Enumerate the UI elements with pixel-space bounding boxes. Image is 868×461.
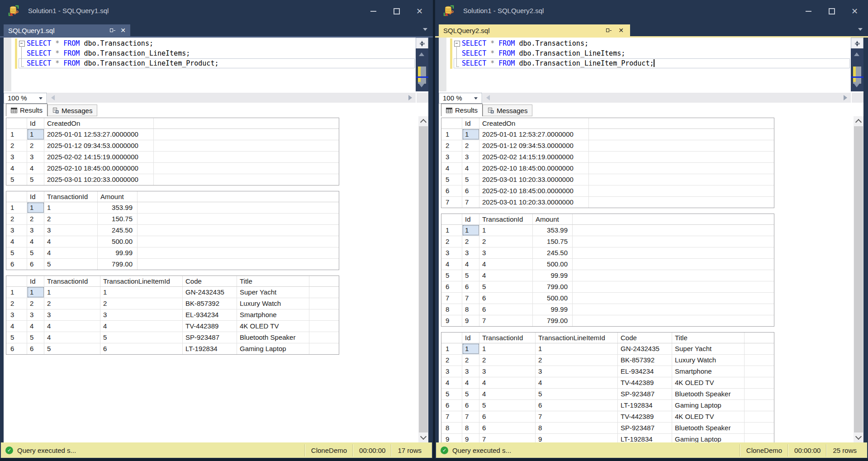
grid-cell[interactable]: 3	[536, 366, 618, 377]
sql-editor[interactable]: SELECT * FROM dbo.Transactions;SELECT * …	[4, 38, 428, 91]
grid-cell[interactable]: 6	[27, 259, 44, 270]
tab-close-icon[interactable]: ✕	[120, 26, 126, 34]
grid-cell[interactable]: 500.00	[533, 259, 573, 270]
grid-cell[interactable]: 4	[27, 163, 44, 174]
grid-cell[interactable]: 1	[27, 129, 44, 140]
grid-cell[interactable]: LT-192834	[618, 400, 672, 411]
column-header[interactable]: Id	[462, 118, 479, 128]
code-line[interactable]: SELECT * FROM dbo.Transactions;	[454, 38, 850, 48]
grid-cell[interactable]: 99.99	[533, 270, 573, 281]
row-header[interactable]: 5	[441, 389, 462, 399]
row-header[interactable]: 2	[441, 236, 462, 247]
grid-cell[interactable]: 3	[462, 152, 479, 162]
splitter-handle-icon[interactable]	[851, 38, 863, 49]
grid-cell[interactable]: Super Yacht	[237, 287, 309, 298]
code-line[interactable]: SELECT * FROM dbo.Transaction_LineItems;	[19, 48, 415, 58]
grid-cell[interactable]: 4	[44, 236, 98, 247]
row-header[interactable]: 3	[441, 247, 462, 258]
grid-cell[interactable]: 5	[462, 270, 479, 281]
grid-cell[interactable]: 6	[462, 281, 479, 292]
grid-cell[interactable]: 2025-01-12 09:34:53.0000000	[44, 140, 154, 151]
column-header[interactable]: TransactionId	[44, 276, 100, 286]
row-header[interactable]: 7	[441, 293, 462, 304]
grid-cell[interactable]: 1	[462, 225, 479, 236]
row-header[interactable]: 4	[441, 163, 462, 174]
row-header[interactable]: 6	[441, 185, 462, 196]
row-header[interactable]: 6	[6, 343, 27, 354]
row-header[interactable]: 1	[6, 287, 27, 298]
grid-cell[interactable]: 500.00	[98, 236, 138, 247]
grid-cell[interactable]: 799.00	[533, 315, 573, 326]
row-header[interactable]: 2	[6, 214, 27, 224]
grid-cell[interactable]: 150.75	[98, 214, 138, 224]
row-header[interactable]: 9	[441, 315, 462, 326]
row-header[interactable]: 3	[6, 309, 27, 320]
scroll-down-icon[interactable]	[854, 84, 859, 87]
row-header[interactable]: 1	[6, 202, 27, 213]
column-header[interactable]: Id	[27, 276, 44, 286]
tab-results[interactable]: Results	[441, 104, 483, 116]
grid-cell[interactable]: 1	[27, 202, 44, 213]
grid-cell[interactable]: EL-934234	[183, 309, 237, 320]
grid-cell[interactable]: 2025-01-01 12:53:27.0000000	[44, 129, 154, 140]
grid-cell[interactable]: 5	[27, 247, 44, 258]
grid-cell[interactable]: Bluetooth Speaker	[672, 423, 745, 433]
scrollbar-thumb[interactable]	[419, 126, 428, 432]
editor-scrollbar[interactable]	[416, 38, 428, 91]
grid-cell[interactable]: 2025-02-10 18:45:00.0000000	[479, 163, 589, 174]
grid-cell[interactable]: 2	[479, 355, 536, 366]
row-header[interactable]: 5	[6, 247, 27, 258]
pin-icon[interactable]	[606, 27, 612, 33]
row-header[interactable]: 1	[441, 225, 462, 236]
row-header[interactable]: 2	[6, 298, 27, 309]
grid-cell[interactable]: 1	[479, 343, 536, 354]
column-header[interactable]: TransactionLineItemId	[536, 333, 618, 343]
grid-cell[interactable]: 6	[479, 293, 533, 304]
grid-cell[interactable]: 5	[27, 174, 44, 185]
grid-cell[interactable]: 1	[44, 287, 100, 298]
grid-corner[interactable]	[6, 276, 27, 286]
grid-cell[interactable]: 5	[462, 174, 479, 185]
row-header[interactable]: 5	[441, 270, 462, 281]
grid-cell[interactable]: 1	[27, 287, 44, 298]
grid-cell[interactable]: 500.00	[533, 293, 573, 304]
grid-cell[interactable]: 4	[536, 377, 618, 388]
collapse-region-icon[interactable]	[454, 41, 460, 47]
tab-sqlquery2[interactable]: SQLQuery2.sql ✕	[439, 24, 630, 36]
grid-cell[interactable]: EL-934234	[618, 366, 672, 377]
grid-cell[interactable]: 2	[27, 140, 44, 151]
column-header[interactable]: Id	[462, 214, 479, 224]
grid-cell[interactable]: 2	[44, 214, 98, 224]
scroll-up-icon[interactable]	[420, 119, 427, 125]
column-header[interactable]: TransactionLineItemId	[100, 276, 183, 286]
zoom-dropdown[interactable]: 100 %	[439, 93, 482, 104]
grid-cell[interactable]: Super Yacht	[672, 343, 745, 354]
grid-cell[interactable]: 1	[100, 287, 183, 298]
scrollbar-thumb[interactable]	[854, 126, 863, 432]
row-header[interactable]: 1	[441, 343, 462, 354]
grid-cell[interactable]: 5	[44, 343, 100, 354]
column-header[interactable]: Title	[672, 333, 745, 343]
grid-cell[interactable]: 1	[479, 225, 533, 236]
row-header[interactable]: 7	[441, 411, 462, 422]
grid-cell[interactable]: BK-857392	[618, 355, 672, 366]
grid-cell[interactable]: 3	[479, 366, 536, 377]
grid-cell[interactable]: 245.50	[98, 225, 138, 236]
grid-cell[interactable]: 7	[536, 411, 618, 422]
grid-cell[interactable]: 4	[479, 389, 536, 399]
scroll-down-icon[interactable]	[855, 433, 862, 440]
grid-cell[interactable]: 2	[44, 298, 100, 309]
grid-cell[interactable]: 353.99	[533, 225, 573, 236]
editor-scrollbar[interactable]	[851, 38, 863, 91]
title-bar[interactable]: Solution1 - SQLQuery1.sql ✕	[0, 0, 433, 22]
grid-cell[interactable]: 4K OLED TV	[672, 377, 745, 388]
grid-cell[interactable]: 4	[27, 236, 44, 247]
splitter-handle-icon[interactable]	[416, 38, 428, 49]
row-header[interactable]: 4	[6, 163, 27, 174]
code-line[interactable]: SELECT * FROM dbo.Transaction_LineItem_P…	[454, 58, 850, 68]
grid-cell[interactable]: 2025-02-10 18:45:00.0000000	[479, 185, 589, 196]
tab-list-dropdown-icon[interactable]	[423, 28, 427, 33]
grid-cell[interactable]: 4	[479, 259, 533, 270]
results-scrollbar[interactable]	[418, 116, 428, 442]
row-header[interactable]: 3	[441, 152, 462, 162]
